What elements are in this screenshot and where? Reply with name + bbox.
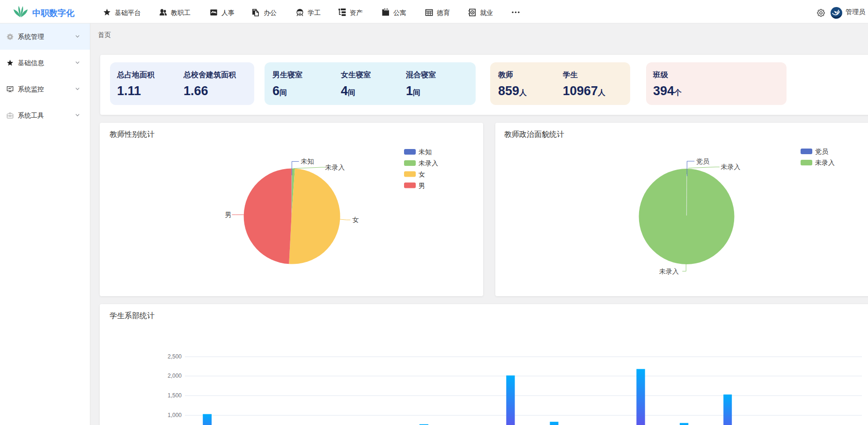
svg-text:未知: 未知 — [301, 157, 314, 165]
svg-text:男: 男 — [419, 182, 425, 189]
svg-text:女: 女 — [419, 171, 425, 178]
svg-text:女: 女 — [353, 216, 359, 224]
svg-text:未录入: 未录入 — [419, 159, 438, 167]
svg-text:未录入: 未录入 — [659, 268, 679, 275]
svg-text:2,000: 2,000 — [168, 373, 182, 379]
svg-text:党员: 党员 — [815, 148, 829, 155]
svg-text:未录入: 未录入 — [325, 164, 345, 171]
svg-text:党员: 党员 — [696, 157, 710, 165]
svg-text:2,500: 2,500 — [168, 353, 182, 360]
svg-text:1,500: 1,500 — [168, 392, 182, 399]
svg-text:未知: 未知 — [419, 148, 432, 156]
svg-text:1,000: 1,000 — [168, 412, 182, 418]
svg-text:未录入: 未录入 — [721, 163, 741, 171]
svg-text:男: 男 — [225, 211, 232, 218]
svg-text:未录入: 未录入 — [815, 159, 835, 166]
